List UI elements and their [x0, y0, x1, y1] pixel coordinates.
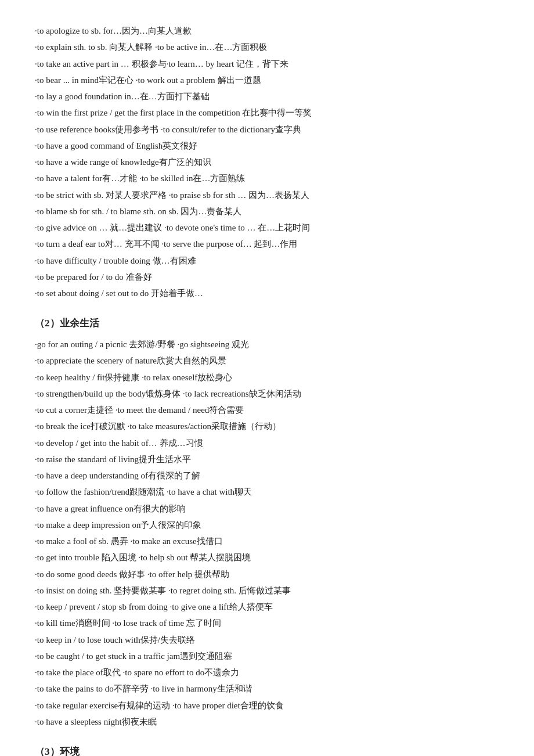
- phrase-line-2-20: ·to take the place of取代 ·to spare no eff…: [35, 665, 499, 680]
- phrase-line-2-11: ·to make a deep impression on予人很深的印象: [35, 517, 499, 532]
- phrase-line-2-19: ·to be caught / to get stuck in a traffi…: [35, 649, 499, 664]
- phrase-line-0-2: ·to take an active part in … 积极参与·to lea…: [35, 56, 499, 71]
- phrase-line-0-12: ·to give advice on … 就…提出建议 ·to devote o…: [35, 220, 499, 235]
- phrase-line-2-9: ·to follow the fashion/trend跟随潮流 ·to hav…: [35, 484, 499, 499]
- phrase-line-0-9: ·to have a talent for有…才能 ·to be skilled…: [35, 171, 499, 186]
- phrase-line-2-15: ·to insist on doing sth. 坚持要做某事 ·to regr…: [35, 583, 499, 598]
- phrase-line-2-18: ·to keep in / to lose touch with保持/失去联络: [35, 632, 499, 647]
- phrase-line-0-4: ·to lay a good foundation in…在…方面打下基础: [35, 89, 499, 104]
- phrase-line-2-6: ·to develop / get into the habit of… 养成……: [35, 435, 499, 451]
- phrase-line-2-4: ·to cut a corner走捷径 ·to meet the demand …: [35, 402, 499, 417]
- phrase-line-2-3: ·to strengthen/build up the body锻炼身体 ·to…: [35, 386, 499, 401]
- phrase-line-0-14: ·to have difficulty / trouble doing 做…有困…: [35, 253, 499, 268]
- phrase-line-0-15: ·to be prepared for / to do 准备好: [35, 269, 499, 285]
- main-content: ·to apologize to sb. for…因为…向某人道歉·to exp…: [35, 23, 499, 756]
- phrase-line-2-17: ·to kill time消磨时间 ·to lose track of time…: [35, 615, 499, 631]
- phrase-line-2-8: ·to have a deep understanding of有很深的了解: [35, 468, 499, 483]
- phrase-line-2-16: ·to keep / prevent / stop sb from doing …: [35, 599, 499, 614]
- phrase-block-0: ·to apologize to sb. for…因为…向某人道歉·to exp…: [35, 23, 499, 301]
- phrase-line-2-13: ·to get into trouble 陷入困境 ·to help sb ou…: [35, 550, 499, 565]
- phrase-line-2-22: ·to take regular exercise有规律的运动 ·to have…: [35, 698, 499, 713]
- phrase-line-0-0: ·to apologize to sb. for…因为…向某人道歉: [35, 23, 499, 38]
- phrase-line-2-10: ·to have a great influence on有很大的影响: [35, 501, 499, 516]
- phrase-line-2-7: ·to raise the standard of living提升生活水平: [35, 452, 499, 467]
- phrase-line-2-23: ·to have a sleepless night彻夜未眠: [35, 714, 499, 729]
- phrase-line-0-8: ·to have a wide range of knowledge有广泛的知识: [35, 154, 499, 170]
- phrase-line-0-7: ·to have a good command of English英文很好: [35, 138, 499, 153]
- phrase-line-2-12: ·to make a fool of sb. 愚弄 ·to make an ex…: [35, 534, 499, 549]
- phrase-line-0-10: ·to be strict with sb. 对某人要求严格 ·to prais…: [35, 188, 499, 203]
- phrase-line-2-2: ·to keep healthy / fit保持健康 ·to relax one…: [35, 370, 499, 385]
- phrase-line-2-5: ·to break the ice打破沉默 ·to take measures/…: [35, 419, 499, 434]
- phrase-line-0-16: ·to set about doing / set out to do 开始着手…: [35, 286, 499, 301]
- section-header-1: （2）业余生活: [35, 315, 499, 332]
- section-header-3: （3）环境: [35, 743, 499, 756]
- phrase-line-0-11: ·to blame sb for sth. / to blame sth. on…: [35, 204, 499, 219]
- phrase-block-2: ·go for an outing / a picnic 去郊游/野餐 ·go …: [35, 337, 499, 729]
- phrase-line-0-6: ·to use reference books使用参考书 ·to consult…: [35, 122, 499, 137]
- phrase-line-0-1: ·to explain sth. to sb. 向某人解释 ·to be act…: [35, 39, 499, 55]
- phrase-line-2-0: ·go for an outing / a picnic 去郊游/野餐 ·go …: [35, 337, 499, 352]
- phrase-line-0-5: ·to win the first prize / get the first …: [35, 105, 499, 120]
- phrase-line-2-1: ·to appreciate the scenery of nature欣赏大自…: [35, 353, 499, 368]
- phrase-line-2-14: ·to do some good deeds 做好事 ·to offer hel…: [35, 567, 499, 582]
- phrase-line-0-13: ·to turn a deaf ear to对… 充耳不闻 ·to serve …: [35, 236, 499, 251]
- phrase-line-2-21: ·to take the pains to do不辞辛劳 ·to live in…: [35, 681, 499, 696]
- phrase-line-0-3: ·to bear ... in mind牢记在心 ·to work out a …: [35, 73, 499, 88]
